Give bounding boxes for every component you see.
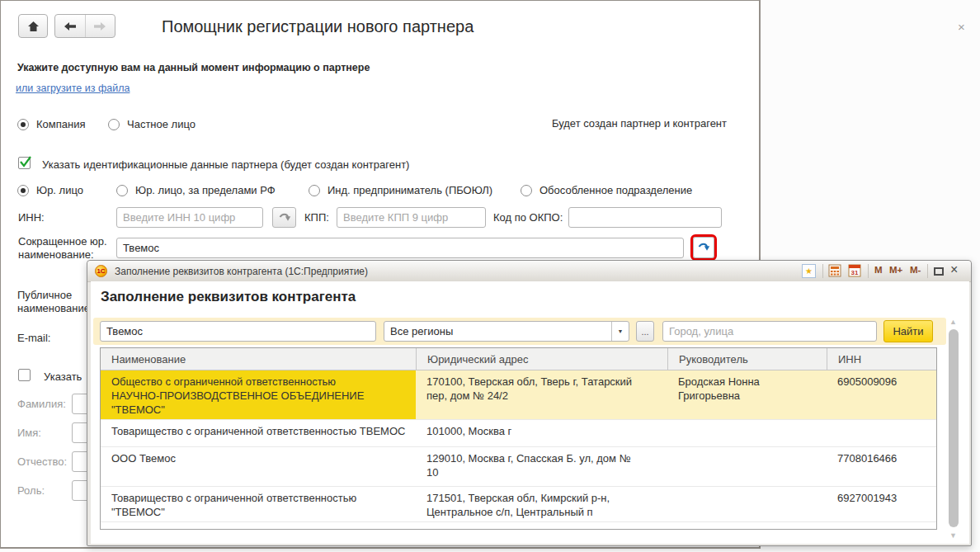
table-row[interactable]: Товарищество с ограниченной ответственно… (101, 487, 936, 522)
back-icon (64, 21, 77, 31)
find-button[interactable]: Найти (883, 320, 933, 342)
star-icon: ★ (805, 267, 813, 276)
chevron-down-icon[interactable]: ▼ (611, 322, 629, 341)
radio-individual-entrepreneur[interactable]: Инд. предприниматель (ПБОЮЛ) (309, 184, 492, 196)
fill-requisites-button[interactable] (693, 237, 714, 258)
table-row-selected[interactable]: Общество с ограниченной ответственностью… (101, 370, 936, 420)
home-button[interactable] (18, 14, 48, 38)
patronymic-label: Отчество: (17, 455, 67, 468)
radio-division-circle[interactable] (521, 185, 532, 196)
forward-icon (93, 21, 106, 31)
short-name-input[interactable]: Твемос (116, 238, 684, 258)
identify-checkbox-label: Указать идентификационные данные партнер… (42, 158, 409, 171)
name-label: Имя: (17, 427, 41, 439)
dialog-close-button[interactable]: × (950, 262, 958, 277)
email-label: E-mail: (17, 332, 50, 344)
col-header-address[interactable]: Юридический адрес (416, 348, 667, 370)
scrollbar-up-icon[interactable]: ▲ (949, 318, 957, 326)
inn-fill-button[interactable] (272, 207, 296, 228)
public-name-label: Публичное наименование: (17, 289, 93, 315)
home-icon (27, 21, 40, 32)
region-more-button[interactable]: ... (636, 321, 654, 342)
calculator-button[interactable] (828, 264, 841, 281)
search-query-input[interactable]: Твемос (100, 321, 376, 342)
kpp-label: КПП: (304, 211, 329, 224)
okpo-input[interactable] (568, 207, 722, 228)
dialog-content: Заполнение реквизитов контрагента Твемос… (91, 281, 969, 544)
scrollbar-down-icon[interactable]: ▼ (949, 531, 957, 540)
forward-button[interactable] (86, 15, 115, 37)
kpp-input[interactable]: Введите КПП 9 цифр (337, 207, 486, 228)
maximize-button[interactable] (934, 267, 944, 276)
memory-m-button[interactable]: М (874, 265, 883, 275)
memory-m-minus-button[interactable]: М- (910, 265, 921, 275)
inn-input[interactable]: Введите ИНН 10 цифр (116, 207, 263, 228)
back-button[interactable] (55, 15, 86, 37)
radio-legal-circle[interactable] (17, 185, 29, 196)
curved-arrow-icon (278, 212, 291, 224)
radio-private-person[interactable]: Частное лицо (108, 118, 196, 130)
table-row[interactable]: Товарищество с ограниченной ответственно… (101, 420, 936, 447)
scrollbar-thumb[interactable] (949, 329, 959, 527)
city-street-input[interactable]: Город, улица (662, 321, 877, 342)
calendar-button[interactable]: 31 (848, 264, 861, 281)
radio-legal-entity[interactable]: Юр. лицо (17, 184, 83, 196)
check-icon (19, 155, 33, 168)
surname-label: Фамилия: (17, 398, 66, 410)
radio-company-circle[interactable] (17, 119, 29, 130)
inn-label: ИНН: (18, 211, 45, 224)
dialog-heading: Заполнение реквизитов контрагента (101, 289, 356, 305)
specify-checkbox-label: Указать (44, 370, 82, 383)
nav-buttons (54, 14, 115, 38)
favorites-button[interactable]: ★ (802, 264, 816, 278)
radio-ie-circle[interactable] (309, 185, 320, 196)
radio-foreign-circle[interactable] (116, 185, 128, 196)
dialog-title: Заполнение реквизитов контрагента (1С:Пр… (115, 266, 368, 277)
radio-legal-foreign[interactable]: Юр. лицо, за пределами РФ (116, 184, 276, 196)
requisites-dialog: 1С Заполнение реквизитов контрагента (1С… (87, 260, 972, 546)
okpo-label: Код по ОКПО: (493, 211, 563, 224)
load-from-file-link[interactable]: или загрузите из файла (16, 83, 130, 94)
memory-m-plus-button[interactable]: М+ (889, 265, 902, 275)
short-name-label: Сокращенное юр. наименование: (18, 235, 107, 262)
page-title: Помощник регистрации нового партнера (162, 17, 474, 36)
col-header-name[interactable]: Наименование (101, 348, 416, 370)
curved-arrow-icon (697, 242, 710, 253)
search-bar: Твемос Все регионы ▼ ... Город, улица На… (93, 318, 946, 345)
intro-text: Укажите доступную вам на данный момент и… (17, 62, 370, 73)
will-create-text: Будет создан партнер и контрагент (496, 117, 727, 130)
identify-checkbox[interactable] (18, 157, 31, 169)
dialog-titlebar: 1С Заполнение реквизитов контрагента (1С… (87, 261, 971, 282)
table-header: Наименование Юридический адрес Руководит… (101, 348, 936, 370)
calendar-icon: 31 (848, 264, 861, 277)
table-row[interactable]: ООО Твемос 129010, Москва г, Спасская Б.… (101, 447, 936, 487)
1c-app-icon: 1С (95, 265, 107, 277)
region-select[interactable]: Все регионы ▼ (384, 321, 629, 342)
radio-person-circle[interactable] (108, 119, 120, 130)
radio-separate-division[interactable]: Обособленное подразделение (521, 184, 692, 196)
role-label: Роль: (17, 484, 45, 497)
col-header-inn[interactable]: ИНН (827, 348, 936, 370)
svg-text:31: 31 (851, 269, 859, 276)
radio-company[interactable]: Компания (17, 118, 86, 130)
workspace-close-icon[interactable]: × (958, 20, 965, 34)
calculator-icon (828, 264, 841, 277)
specify-checkbox[interactable] (18, 369, 31, 381)
col-header-head[interactable]: Руководитель (667, 348, 827, 370)
results-table: Наименование Юридический адрес Руководит… (100, 347, 937, 530)
